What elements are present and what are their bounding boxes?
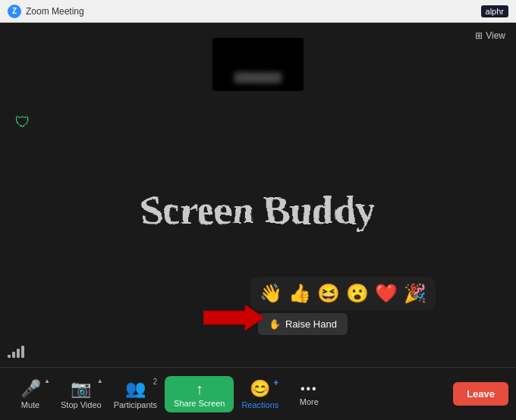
signal-bar-4 xyxy=(21,346,24,358)
leave-button[interactable]: Leave xyxy=(453,382,508,406)
more-icon: ••• xyxy=(300,382,318,396)
reaction-surprised[interactable]: 😮 xyxy=(346,283,369,304)
reaction-wave[interactable]: 👋 xyxy=(260,283,282,304)
title-bar-left: Z Zoom Meeting xyxy=(8,5,84,18)
reactions-label: Reactions xyxy=(241,400,278,409)
title-bar-right: alphr xyxy=(481,5,508,17)
raise-hand-label: Raise Hand xyxy=(285,318,337,330)
share-screen-label: Share Screen xyxy=(174,399,225,408)
participant-name: Participant xyxy=(234,72,282,83)
mute-caret: ▲ xyxy=(44,378,50,384)
video-area: ⊞ View Participant 🛡 Screen Buddy 👋 👍 😆 … xyxy=(0,23,516,367)
reactions-button[interactable]: + 😊 Reactions xyxy=(237,376,283,412)
svg-marker-1 xyxy=(203,305,264,331)
toolbar: ▲ 🎤 Mute ▲ 📷 Stop Video 👥 Participants 2… xyxy=(0,367,516,420)
stop-video-label: Stop Video xyxy=(61,400,102,409)
participants-label: Participants xyxy=(114,400,157,409)
signal-bar-1 xyxy=(8,355,11,358)
share-screen-button[interactable]: ↑ Share Screen xyxy=(165,376,234,412)
reactions-plus: + xyxy=(273,378,278,388)
reactions-icon: 😊 xyxy=(250,379,270,399)
title-text: Zoom Meeting xyxy=(26,6,84,17)
share-screen-icon: ↑ xyxy=(196,381,203,398)
more-label: More xyxy=(300,397,319,406)
alphr-badge: alphr xyxy=(481,5,508,17)
signal-bars xyxy=(8,346,24,358)
reaction-laugh[interactable]: 😆 xyxy=(317,283,340,304)
reaction-thumbsup[interactable]: 👍 xyxy=(288,283,311,304)
stop-video-button[interactable]: ▲ 📷 Stop Video xyxy=(56,376,106,412)
participants-icon: 👥 xyxy=(125,379,146,399)
watermark-svg: Screen Buddy xyxy=(129,174,387,243)
view-button[interactable]: ⊞ View xyxy=(475,30,505,41)
reaction-party[interactable]: 🎉 xyxy=(404,283,426,304)
signal-bar-3 xyxy=(17,349,20,358)
toolbar-items: ▲ 🎤 Mute ▲ 📷 Stop Video 👥 Participants 2… xyxy=(8,376,447,412)
more-button[interactable]: ••• More xyxy=(286,379,332,409)
reactions-popup: 👋 👍 😆 😮 ❤️ 🎉 xyxy=(250,277,436,310)
raise-hand-tooltip[interactable]: ✋ Raise Hand xyxy=(258,313,348,335)
shield-icon: 🛡 xyxy=(15,114,30,131)
reaction-heart[interactable]: ❤️ xyxy=(375,283,398,304)
mute-label: Mute xyxy=(21,400,39,409)
title-bar: Z Zoom Meeting alphr xyxy=(0,0,516,23)
signal-bar-2 xyxy=(12,352,15,358)
zoom-icon: Z xyxy=(8,5,21,18)
grid-icon: ⊞ xyxy=(475,30,483,41)
participant-video-box: Participant xyxy=(212,38,304,91)
video-caret: ▲ xyxy=(97,378,103,384)
microphone-icon: 🎤 xyxy=(20,379,41,399)
red-arrow xyxy=(203,305,264,331)
svg-text:Screen Buddy: Screen Buddy xyxy=(140,189,376,232)
participants-count: 2 xyxy=(153,378,158,386)
camera-icon: 📷 xyxy=(71,379,91,399)
raise-hand-emoji: ✋ xyxy=(269,318,281,330)
watermark-area: Screen Buddy xyxy=(129,174,387,243)
mute-button[interactable]: ▲ 🎤 Mute xyxy=(8,376,53,412)
participants-button[interactable]: 👥 Participants 2 xyxy=(109,376,162,412)
